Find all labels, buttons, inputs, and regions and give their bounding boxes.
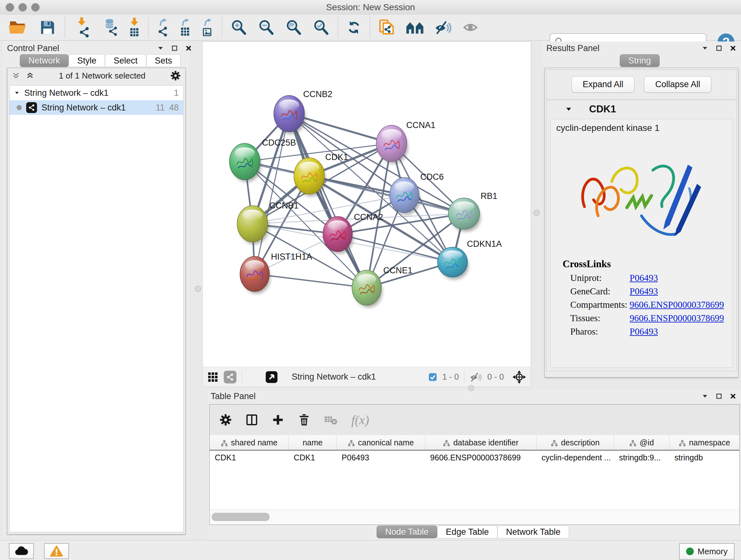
table-horizontal-scrollbar[interactable]: [210, 509, 739, 524]
import-network-database-button[interactable]: [101, 18, 118, 37]
panel-float-icon[interactable]: [716, 45, 723, 52]
network-canvas[interactable]: CCNB2CCNA1CDC25BCDK1CDC6RB1CCNB1CCNA2CDK…: [202, 42, 531, 367]
node-ccnb2[interactable]: CCNB2: [274, 89, 333, 134]
cloud-status-button[interactable]: [9, 543, 34, 559]
gene-expander-icon[interactable]: [565, 105, 572, 113]
import-table-file-button[interactable]: [129, 17, 140, 38]
column-header-namespace[interactable]: namespace: [670, 435, 739, 450]
zoom-in-button[interactable]: [230, 19, 247, 36]
tab-node-table[interactable]: Node Table: [377, 525, 437, 538]
network-row[interactable]: String Network – cdk1 11 48: [10, 100, 183, 115]
node-hist1h1a[interactable]: HIST1H1A: [240, 252, 312, 294]
panel-close-icon[interactable]: [730, 45, 737, 52]
panel-float-icon[interactable]: [171, 45, 178, 52]
zoom-fit-button[interactable]: [285, 19, 302, 36]
tab-style[interactable]: Style: [69, 54, 105, 67]
hide-selected-button[interactable]: [434, 20, 452, 35]
table-cell[interactable]: 9606.ENSP00000378699: [425, 450, 536, 464]
tab-string[interactable]: String: [620, 54, 660, 67]
memory-button[interactable]: Memory: [679, 543, 735, 560]
column-header-shared-name[interactable]: shared name: [210, 435, 289, 450]
expand-all-button[interactable]: Expand All: [571, 76, 635, 92]
tab-edge-table[interactable]: Edge Table: [437, 525, 497, 538]
create-column-button[interactable]: [272, 414, 284, 426]
panel-menu-icon[interactable]: [157, 45, 164, 52]
panel-close-icon[interactable]: [730, 393, 737, 400]
tab-select[interactable]: Select: [105, 54, 146, 67]
column-header-database-identifier[interactable]: database identifier: [425, 435, 536, 450]
window-close-button[interactable]: [6, 3, 14, 11]
export-network-button[interactable]: [157, 18, 169, 37]
network-options-gear-icon[interactable]: [170, 70, 181, 81]
table-cell[interactable]: CDK1: [210, 450, 289, 464]
import-network-file-button[interactable]: [73, 17, 90, 38]
table-cell[interactable]: P06493: [337, 450, 425, 464]
network-graph[interactable]: CCNB2CCNA1CDC25BCDK1CDC6RB1CCNB1CCNA2CDK…: [203, 42, 531, 367]
right-splitter-grip[interactable]: [534, 210, 540, 216]
panel-float-icon[interactable]: [716, 393, 723, 400]
tab-network-table[interactable]: Network Table: [497, 525, 569, 538]
delete-column-button[interactable]: [298, 414, 311, 426]
grid-view-icon[interactable]: [207, 371, 219, 383]
bottom-splitter-grip[interactable]: [468, 385, 474, 391]
column-header-name[interactable]: name: [289, 435, 337, 450]
column-header--id[interactable]: @id: [614, 435, 670, 450]
node-ccne1[interactable]: CCNE1: [352, 266, 413, 308]
delete-table-button[interactable]: [324, 414, 338, 426]
table-row[interactable]: CDK1CDK1P064939606.ENSP00000378699cyclin…: [210, 450, 739, 464]
zoom-out-button[interactable]: [258, 19, 274, 36]
export-image-button[interactable]: [202, 18, 213, 37]
column-header-canonical-name[interactable]: canonical name: [337, 435, 425, 450]
show-all-button[interactable]: [463, 20, 478, 35]
edge[interactable]: [255, 274, 367, 288]
gene-section-header[interactable]: CDK1: [546, 100, 737, 118]
expand-all-networks-icon[interactable]: [26, 71, 34, 80]
panel-close-icon[interactable]: [185, 45, 192, 52]
node-ccnb1[interactable]: CCNB1: [237, 201, 299, 244]
graphics-details-button[interactable]: [406, 20, 424, 35]
table-options-button[interactable]: [219, 414, 232, 426]
collection-expander-icon[interactable]: [14, 90, 20, 96]
window-zoom-button[interactable]: [31, 3, 40, 11]
edge[interactable]: [289, 114, 367, 288]
scrollbar-thumb[interactable]: [212, 513, 270, 521]
function-builder-button[interactable]: f(x): [351, 413, 369, 428]
refresh-view-button[interactable]: [347, 20, 361, 35]
left-splitter-grip[interactable]: [195, 286, 201, 292]
tab-sets[interactable]: Sets: [146, 54, 181, 67]
clone-network-button[interactable]: [379, 18, 395, 37]
crosslink-link[interactable]: P06493: [630, 273, 658, 283]
table-panel-title: Table Panel: [211, 391, 256, 401]
crosslink-link[interactable]: P06493: [630, 326, 658, 337]
panel-menu-icon[interactable]: [701, 45, 709, 52]
network-type-icon[interactable]: [224, 371, 237, 383]
table-cell[interactable]: stringdb: [670, 450, 739, 464]
crosslink-row: Uniprot:P06493: [570, 273, 732, 283]
table-cell[interactable]: CDK1: [289, 450, 337, 464]
export-table-button[interactable]: [179, 18, 191, 37]
crosslink-link[interactable]: 9606.ENSP00000378699: [630, 300, 724, 310]
collapse-all-button[interactable]: Collapse All: [644, 76, 711, 92]
network-collection-row[interactable]: String Network – cdk1 1: [10, 85, 183, 100]
column-header-description[interactable]: description: [536, 435, 614, 450]
table-cell[interactable]: cyclin-dependent ...: [536, 450, 614, 464]
warnings-button[interactable]: [44, 543, 69, 559]
zoom-selected-button[interactable]: [313, 19, 329, 36]
show-columns-button[interactable]: [246, 414, 258, 426]
collapse-all-networks-icon[interactable]: [12, 71, 20, 80]
node-cdc6[interactable]: CDC6: [390, 172, 444, 215]
selected-checkbox-icon[interactable]: [428, 373, 437, 381]
detach-view-icon[interactable]: [265, 370, 278, 384]
node-cdk1[interactable]: CDK1: [294, 152, 348, 196]
table-cell[interactable]: stringdb:9...: [614, 450, 670, 464]
crosslink-link[interactable]: P06493: [630, 286, 658, 297]
save-session-button[interactable]: [39, 19, 56, 36]
node-cdkn1a[interactable]: CDKN1A: [437, 239, 502, 280]
tab-network[interactable]: Network: [20, 54, 69, 67]
open-session-button[interactable]: [8, 18, 28, 37]
crosslink-link[interactable]: 9606.ENSP00000378699: [630, 313, 724, 323]
window-minimize-button[interactable]: [18, 3, 27, 11]
node-rb1[interactable]: RB1: [448, 191, 497, 232]
panel-menu-icon[interactable]: [701, 393, 709, 400]
birdseye-navigator-icon[interactable]: [512, 370, 526, 384]
